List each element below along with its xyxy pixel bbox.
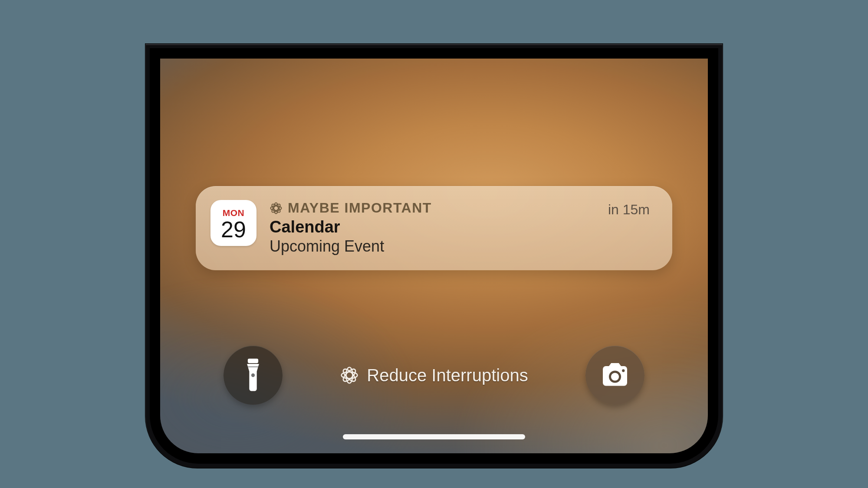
home-indicator[interactable] (343, 434, 525, 439)
lock-screen-controls: Reduce Interruptions (160, 346, 708, 405)
lock-screen: MON 29 (160, 59, 708, 453)
svg-rect-7 (248, 366, 258, 367)
apple-intelligence-icon (340, 366, 359, 385)
camera-button[interactable] (585, 346, 644, 405)
svg-point-14 (611, 373, 619, 380)
focus-mode-indicator[interactable]: Reduce Interruptions (340, 366, 528, 385)
notification-time: in 15m (608, 202, 650, 218)
notification-card[interactable]: MON 29 (196, 186, 672, 270)
calendar-day-of-week: MON (223, 208, 245, 217)
notification-subtitle: Upcoming Event (270, 237, 650, 255)
notification-tag-label: MAYBE IMPORTANT (288, 200, 432, 216)
phone-bezel: MON 29 (150, 48, 718, 464)
svg-point-15 (622, 369, 625, 372)
flashlight-icon (242, 358, 264, 392)
notification-app-name: Calendar (270, 218, 650, 236)
camera-icon (600, 363, 630, 387)
svg-point-6 (251, 373, 255, 377)
notification-body: MAYBE IMPORTANT Calendar Upcoming Event (270, 200, 650, 255)
focus-mode-label: Reduce Interruptions (367, 366, 528, 385)
notification-priority-tag: MAYBE IMPORTANT (270, 200, 650, 216)
svg-rect-5 (248, 359, 258, 363)
phone-frame: MON 29 (145, 44, 723, 468)
calendar-app-icon: MON 29 (210, 200, 256, 246)
calendar-day-number: 29 (221, 218, 246, 241)
apple-intelligence-icon (270, 202, 283, 215)
flashlight-button[interactable] (224, 346, 283, 405)
